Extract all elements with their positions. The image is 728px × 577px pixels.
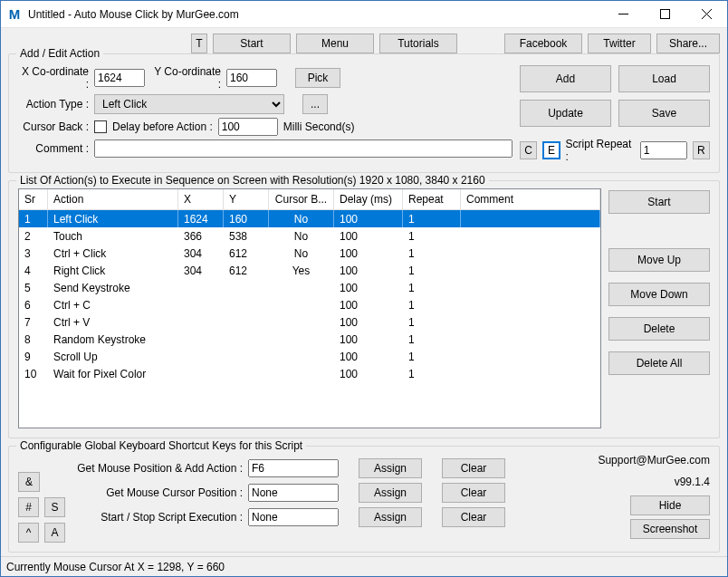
x-coord-input[interactable]	[94, 69, 145, 87]
shortcut3-input[interactable]	[248, 508, 339, 526]
y-coord-input[interactable]	[226, 69, 277, 87]
cell-delay: 100	[334, 296, 403, 313]
c-button[interactable]: C	[520, 141, 537, 159]
clear2-button[interactable]: Clear	[442, 483, 505, 503]
cell-action: Send Keystroke	[48, 279, 178, 296]
table-row[interactable]: 2Touch366538No1001	[19, 227, 600, 245]
cell-comment	[461, 245, 600, 262]
facebook-button[interactable]: Facebook	[504, 34, 582, 53]
cursor-back-label: Cursor Back :	[18, 120, 89, 133]
col-cursor-back[interactable]: Cursor B...	[269, 189, 334, 209]
minimize-button[interactable]	[602, 1, 644, 28]
cell-sr: 7	[19, 313, 48, 331]
table-row[interactable]: 8Random Keystroke1001	[19, 331, 600, 348]
cursor-back-checkbox[interactable]	[94, 120, 107, 133]
assign2-button[interactable]: Assign	[359, 483, 422, 503]
table-header: Sr Action X Y Cursor B... Delay (ms) Rep…	[19, 189, 600, 210]
caret-button[interactable]: ^	[18, 523, 39, 543]
action-list-legend: List Of Action(s) to Execute in Sequence…	[16, 174, 489, 187]
clear3-button[interactable]: Clear	[442, 507, 505, 527]
table-row[interactable]: 9Scroll Up1001	[19, 348, 600, 365]
move-up-button[interactable]: Move Up	[608, 248, 710, 272]
col-comment[interactable]: Comment	[461, 189, 600, 209]
cell-repeat: 1	[403, 348, 461, 365]
col-sr[interactable]: Sr	[19, 189, 48, 209]
cell-x: 304	[178, 262, 224, 279]
cell-action: Random Keystroke	[48, 331, 178, 348]
cell-action: Left Click	[48, 210, 178, 227]
save-button[interactable]: Save	[618, 100, 710, 127]
tutorials-button[interactable]: Tutorials	[379, 34, 457, 53]
delete-all-button[interactable]: Delete All	[608, 351, 710, 375]
close-button[interactable]	[685, 1, 727, 28]
hash-button[interactable]: #	[18, 497, 39, 517]
col-action[interactable]: Action	[48, 189, 178, 209]
maximize-button[interactable]	[644, 1, 685, 28]
cell-comment	[461, 227, 600, 245]
assign1-button[interactable]: Assign	[359, 458, 422, 478]
menu-button[interactable]: Menu	[296, 34, 374, 53]
shortcut-square-buttons: & # S ^ A	[18, 454, 65, 543]
cell-action: Scroll Up	[48, 348, 178, 365]
table-row[interactable]: 1Left Click1624160No1001	[19, 210, 600, 227]
start-top-button[interactable]: Start	[213, 34, 291, 53]
table-row[interactable]: 5Send Keystroke1001	[19, 279, 600, 296]
cell-x	[178, 296, 224, 313]
load-button[interactable]: Load	[618, 65, 710, 92]
twitter-button[interactable]: Twitter	[588, 34, 651, 53]
cell-delay: 100	[334, 331, 403, 348]
cell-sr: 6	[19, 296, 48, 313]
cell-repeat: 1	[403, 210, 461, 227]
cell-repeat: 1	[403, 365, 461, 382]
col-delay[interactable]: Delay (ms)	[334, 189, 403, 209]
e-button[interactable]: E	[542, 141, 560, 159]
add-edit-group: Add / Edit Action X Co-ordinate : Y Co-o…	[8, 53, 720, 173]
delay-input[interactable]	[218, 118, 278, 136]
clear1-button[interactable]: Clear	[442, 458, 505, 478]
col-repeat[interactable]: Repeat	[403, 189, 461, 209]
cell-y	[224, 279, 269, 296]
window-title: Untitled - Auto Mouse Click by MurGee.co…	[28, 8, 602, 21]
add-button[interactable]: Add	[520, 65, 611, 92]
cell-sr: 2	[19, 227, 48, 245]
table-row[interactable]: 10Wait for Pixel Color1001	[19, 365, 600, 382]
col-x[interactable]: X	[178, 189, 224, 209]
start-list-button[interactable]: Start	[608, 190, 710, 214]
cell-x: 366	[178, 227, 224, 245]
s-button[interactable]: S	[44, 497, 65, 517]
share-button[interactable]: Share...	[656, 34, 720, 53]
move-down-button[interactable]: Move Down	[608, 283, 710, 306]
col-y[interactable]: Y	[224, 189, 269, 209]
table-row[interactable]: 6Ctrl + C1001	[19, 296, 600, 313]
pick-button[interactable]: Pick	[295, 68, 340, 88]
shortcut1-label: Get Mouse Position & Add Action :	[72, 462, 243, 475]
r-button[interactable]: R	[693, 141, 710, 159]
hide-button[interactable]: Hide	[630, 495, 710, 515]
cell-repeat: 1	[403, 245, 461, 262]
shortcut1-input[interactable]	[248, 459, 339, 477]
table-body: 1Left Click1624160No10012Touch366538No10…	[19, 210, 600, 382]
shortcuts-legend: Configurable Global Keyboard Shortcut Ke…	[16, 439, 306, 452]
amp-button[interactable]: &	[18, 472, 40, 492]
comment-input[interactable]	[94, 139, 512, 158]
action-type-more-button[interactable]: ...	[302, 94, 328, 114]
delete-button[interactable]: Delete	[608, 317, 710, 341]
script-repeat-input[interactable]	[640, 141, 687, 159]
version-label: v99.1.4	[675, 476, 710, 488]
table-row[interactable]: 7Ctrl + V1001	[19, 313, 600, 331]
t-button[interactable]: T	[191, 34, 207, 53]
cell-action: Touch	[48, 227, 178, 245]
table-row[interactable]: 3Ctrl + Click304612No1001	[19, 245, 600, 262]
assign3-button[interactable]: Assign	[359, 507, 422, 527]
support-link[interactable]: Support@MurGee.com	[598, 454, 710, 466]
cell-repeat: 1	[403, 262, 461, 279]
table-row[interactable]: 4Right Click304612Yes1001	[19, 262, 600, 279]
action-table[interactable]: Sr Action X Y Cursor B... Delay (ms) Rep…	[18, 188, 601, 428]
cell-comment	[461, 262, 600, 279]
shortcut2-input[interactable]	[248, 484, 339, 502]
update-button[interactable]: Update	[520, 100, 611, 127]
a-button[interactable]: A	[44, 523, 65, 543]
screenshot-button[interactable]: Screenshot	[630, 519, 710, 539]
cell-y	[224, 331, 269, 348]
action-type-select[interactable]: Left Click	[94, 94, 284, 114]
